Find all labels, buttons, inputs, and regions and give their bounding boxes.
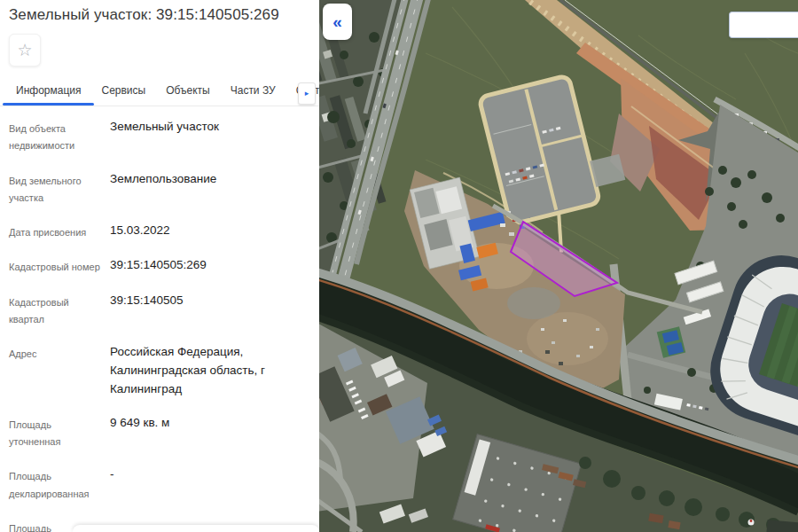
satellite-map-image[interactable]	[319, 0, 798, 532]
search-input[interactable]	[730, 12, 798, 37]
collapse-panel-button[interactable]: «	[323, 4, 352, 40]
info-row-value: 39:15:140505:269	[110, 256, 314, 276]
info-row: Адрес Российская Федерация, Калининградс…	[9, 343, 314, 399]
info-row-label: Кадастровый номер	[9, 256, 103, 276]
info-row-label: Кадастровый квартал	[9, 292, 103, 329]
info-row-value: 15.03.2022	[110, 222, 314, 241]
favorite-button[interactable]: ☆	[9, 34, 41, 66]
tab-parcel-parts[interactable]: Части ЗУ	[223, 81, 283, 106]
info-row: Площадь уточненная 9 649 кв. м	[9, 414, 314, 451]
info-row: Площадь декларированная -	[9, 466, 314, 503]
info-row: Кадастровый номер 39:15:140505:269	[9, 256, 314, 276]
tabs-overflow-button[interactable]: ▸	[298, 82, 316, 105]
info-row: Кадастровый квартал 39:15:140505	[9, 292, 314, 329]
double-chevron-left-icon: «	[332, 13, 342, 30]
caret-right-icon: ▸	[305, 90, 309, 98]
info-row: Вид земельного участка Землепользование	[9, 170, 314, 207]
info-row-label: Площадь декларированная	[9, 466, 103, 503]
info-row-label: Площадь уточненная	[9, 414, 103, 451]
info-row-value: 39:15:140505	[110, 292, 314, 329]
info-row-label: Вид объекта недвижимости	[9, 118, 103, 155]
info-row-label: Дата присвоения	[9, 222, 103, 241]
info-row: Дата присвоения 15.03.2022	[9, 222, 314, 241]
tab-information[interactable]: Информация	[9, 81, 88, 106]
map-view[interactable]: «	[319, 0, 798, 532]
info-row-value: Российская Федерация, Калининградская об…	[110, 343, 314, 399]
search-box[interactable]	[729, 12, 798, 38]
info-row: Вид объекта недвижимости Земельный участ…	[9, 118, 314, 155]
info-row-value: Землепользование	[110, 170, 314, 207]
info-panel: Земельный участок: 39:15:140505:269 ☆ Ин…	[0, 0, 319, 532]
tab-bar: Информация Сервисы Объекты Части ЗУ Сост…	[0, 81, 319, 106]
tab-objects[interactable]: Объекты	[159, 81, 217, 106]
tab-services[interactable]: Сервисы	[94, 81, 153, 106]
info-row-value: Земельный участок	[110, 118, 314, 155]
info-row-label: Адрес	[9, 343, 103, 399]
page-title: Земельный участок: 39:15:140505:269	[9, 6, 279, 24]
info-row-label: Вид земельного участка	[9, 170, 103, 207]
info-rows: Вид объекта недвижимости Земельный участ…	[9, 118, 314, 532]
info-row-value: 9 649 кв. м	[110, 414, 314, 451]
star-icon: ☆	[17, 42, 32, 59]
info-row-value: -	[110, 466, 314, 503]
bottom-sheet-edge	[73, 525, 319, 532]
